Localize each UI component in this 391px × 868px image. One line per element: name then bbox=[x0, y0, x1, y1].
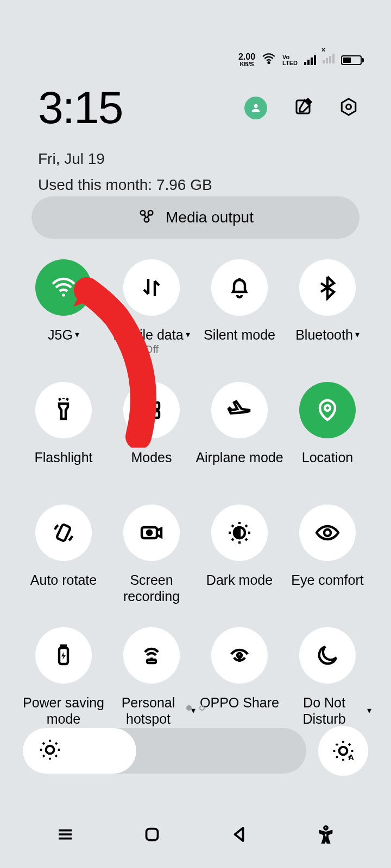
auto-brightness-button[interactable]: A bbox=[318, 726, 368, 776]
svg-point-0 bbox=[268, 62, 270, 63]
quick-settings-grid: J5G▾ Mobile data▾Off Silent mode Bluetoo… bbox=[20, 259, 371, 727]
power-saving-tile[interactable]: Power saving mode bbox=[20, 627, 108, 727]
modes-tile[interactable]: Modes bbox=[108, 382, 195, 482]
dark-mode-tile[interactable]: Dark mode bbox=[195, 505, 283, 604]
network-speed: 2.00 KB/S bbox=[238, 53, 255, 67]
bell-icon bbox=[211, 259, 268, 316]
clock-time[interactable]: 3:15 bbox=[38, 81, 123, 134]
svg-point-11 bbox=[325, 405, 330, 411]
date-label[interactable]: Fri, Jul 19 bbox=[38, 150, 358, 168]
location-tile[interactable]: Location bbox=[283, 382, 371, 482]
svg-point-14 bbox=[147, 531, 152, 535]
back-button[interactable] bbox=[229, 825, 249, 846]
brightness-slider[interactable] bbox=[23, 728, 306, 774]
screen-recording-tile[interactable]: Screen recording bbox=[108, 505, 195, 604]
screen-recording-icon bbox=[123, 505, 180, 561]
dark-mode-icon bbox=[211, 505, 268, 561]
moon-icon bbox=[299, 627, 356, 684]
mobile-data-icon bbox=[123, 259, 180, 316]
accessibility-button[interactable] bbox=[316, 825, 336, 846]
svg-point-2 bbox=[346, 104, 351, 109]
media-output-icon bbox=[137, 207, 156, 229]
svg-rect-9 bbox=[144, 411, 150, 418]
signal-bars-2-no-signal: × bbox=[323, 54, 335, 66]
share-icon bbox=[211, 627, 268, 684]
svg-point-20 bbox=[46, 746, 54, 754]
mobile-data-tile[interactable]: Mobile data▾Off bbox=[108, 259, 195, 359]
data-usage-label[interactable]: Used this month: 7.96 GB bbox=[38, 176, 358, 194]
navigation-bar bbox=[0, 825, 391, 846]
do-not-disturb-tile[interactable]: Do Not Disturb ▾ bbox=[283, 627, 371, 727]
svg-point-5 bbox=[144, 217, 149, 222]
media-output-button[interactable]: Media output bbox=[31, 196, 360, 239]
volte-indicator: Vo LTED bbox=[282, 54, 298, 66]
battery-indicator bbox=[341, 55, 364, 65]
user-avatar-button[interactable] bbox=[244, 97, 267, 119]
eye-comfort-tile[interactable]: Eye comfort bbox=[283, 505, 371, 604]
home-button[interactable] bbox=[142, 825, 162, 846]
svg-rect-10 bbox=[153, 411, 159, 418]
bluetooth-icon bbox=[299, 259, 356, 316]
svg-point-24 bbox=[324, 826, 327, 829]
auto-rotate-icon bbox=[35, 505, 92, 561]
wifi-tile[interactable]: J5G▾ bbox=[20, 259, 108, 359]
page-dot-2 bbox=[199, 705, 205, 711]
wifi-icon bbox=[35, 259, 92, 316]
page-dot-1 bbox=[186, 705, 192, 711]
bluetooth-tile[interactable]: Bluetooth▾ bbox=[283, 259, 371, 359]
media-output-label: Media output bbox=[166, 209, 254, 226]
personal-hotspot-tile[interactable]: Personal hotspot ▾ bbox=[108, 627, 195, 727]
modes-icon bbox=[123, 382, 180, 438]
auto-rotate-tile[interactable]: Auto rotate bbox=[20, 505, 108, 604]
svg-rect-12 bbox=[56, 524, 71, 541]
signal-bars-1 bbox=[304, 55, 316, 65]
svg-rect-23 bbox=[147, 829, 158, 840]
svg-point-6 bbox=[62, 293, 65, 297]
silent-mode-tile[interactable]: Silent mode bbox=[195, 259, 283, 359]
battery-saver-icon bbox=[35, 627, 92, 684]
flashlight-icon bbox=[35, 382, 92, 438]
status-bar: 2.00 KB/S Vo LTED × bbox=[238, 52, 364, 68]
oppo-share-tile[interactable]: OPPO Share bbox=[195, 627, 283, 727]
wifi-icon bbox=[262, 52, 276, 68]
svg-point-16 bbox=[324, 529, 331, 536]
settings-button[interactable] bbox=[339, 97, 358, 119]
recents-button[interactable] bbox=[55, 825, 75, 846]
location-icon bbox=[299, 382, 356, 438]
svg-point-7 bbox=[144, 403, 150, 409]
eye-icon bbox=[299, 505, 356, 561]
airplane-icon bbox=[211, 382, 268, 438]
svg-rect-18 bbox=[147, 660, 156, 663]
edit-button[interactable] bbox=[293, 97, 313, 119]
svg-text:A: A bbox=[348, 753, 354, 762]
svg-rect-8 bbox=[153, 403, 159, 409]
airplane-mode-tile[interactable]: Airplane mode bbox=[195, 382, 283, 482]
flashlight-tile[interactable]: Flashlight bbox=[20, 382, 108, 482]
hotspot-icon bbox=[123, 627, 180, 684]
svg-point-21 bbox=[339, 747, 348, 755]
brightness-icon bbox=[38, 738, 62, 764]
page-indicator bbox=[0, 705, 391, 711]
